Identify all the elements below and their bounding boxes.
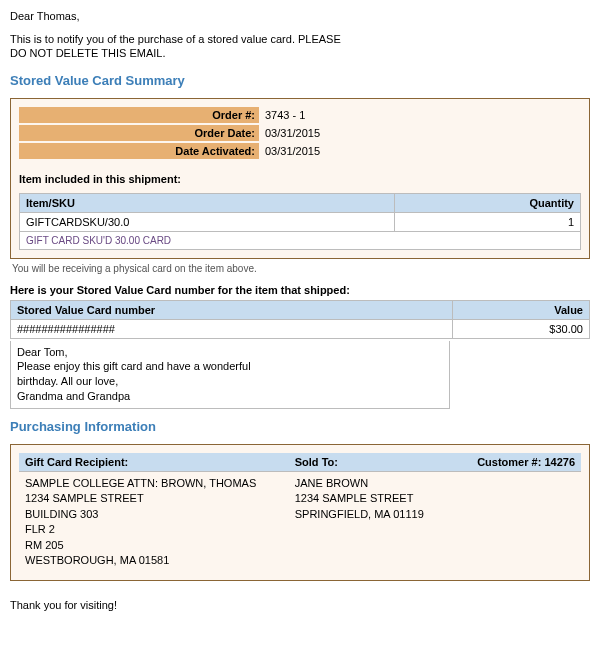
greeting: Dear Thomas,: [10, 10, 590, 22]
customer-number-header: Customer #: 14276: [440, 453, 581, 472]
customer-number-value: 14276: [544, 456, 575, 468]
item-description: GIFT CARD SKU'D 30.00 CARD: [20, 231, 581, 249]
purchasing-table: Gift Card Recipient: Sold To: Customer #…: [19, 453, 581, 572]
addr-line: RM 205: [25, 538, 283, 553]
svc-value: $30.00: [453, 319, 590, 338]
date-activated-value: 03/31/2015: [259, 143, 320, 159]
thanks-text: Thank you for visiting!: [10, 599, 590, 611]
gift-message: Dear Tom, Please enjoy this gift card an…: [10, 341, 450, 409]
order-info: Order #: 3743 - 1 Order Date: 03/31/2015…: [19, 107, 581, 159]
recipient-label: Gift Card Recipient:: [19, 453, 289, 472]
msg-line: birthday. All our love,: [17, 374, 443, 389]
shipment-header: Item included in this shipment:: [19, 173, 581, 185]
svc-head-value: Value: [453, 300, 590, 319]
addr-line: 1234 SAMPLE STREET: [295, 491, 435, 506]
addr-line: BUILDING 303: [25, 507, 283, 522]
svc-intro: Here is your Stored Value Card number fo…: [10, 284, 590, 296]
msg-line: Dear Tom,: [17, 345, 443, 360]
soldto-label: Sold To:: [289, 453, 441, 472]
item-qty: 1: [395, 212, 581, 231]
svc-head-number: Stored Value Card number: [11, 300, 453, 319]
items-head-sku: Item/SKU: [20, 193, 395, 212]
addr-line: JANE BROWN: [295, 476, 435, 491]
items-head-qty: Quantity: [395, 193, 581, 212]
item-sku: GIFTCARDSKU/30.0: [20, 212, 395, 231]
msg-line: Grandma and Grandpa: [17, 389, 443, 404]
section-title-purchasing: Purchasing Information: [10, 419, 590, 434]
customer-number-label: Customer #:: [477, 456, 541, 468]
table-row: SAMPLE COLLEGE ATTN: BROWN, THOMAS 1234 …: [19, 471, 581, 572]
section-title-summary: Stored Value Card Summary: [10, 73, 590, 88]
summary-box: Order #: 3743 - 1 Order Date: 03/31/2015…: [10, 98, 590, 259]
order-number-label: Order #:: [19, 107, 259, 123]
addr-line: FLR 2: [25, 522, 283, 537]
soldto-address: JANE BROWN 1234 SAMPLE STREET SPRINGFIEL…: [289, 471, 441, 572]
table-row: GIFTCARDSKU/30.0 1: [20, 212, 581, 231]
recipient-address: SAMPLE COLLEGE ATTN: BROWN, THOMAS 1234 …: [19, 471, 289, 572]
date-activated-label: Date Activated:: [19, 143, 259, 159]
svc-table: Stored Value Card number Value #########…: [10, 300, 590, 339]
order-number-value: 3743 - 1: [259, 107, 305, 123]
msg-line: Please enjoy this gift card and have a w…: [17, 359, 443, 374]
customer-cell: [440, 471, 581, 572]
notice-text: This is to notify you of the purchase of…: [10, 32, 350, 61]
addr-line: WESTBOROUGH, MA 01581: [25, 553, 283, 568]
purchasing-box: Gift Card Recipient: Sold To: Customer #…: [10, 444, 590, 581]
table-row: GIFT CARD SKU'D 30.00 CARD: [20, 231, 581, 249]
addr-line: SAMPLE COLLEGE ATTN: BROWN, THOMAS: [25, 476, 283, 491]
order-date-value: 03/31/2015: [259, 125, 320, 141]
addr-line: 1234 SAMPLE STREET: [25, 491, 283, 506]
table-row: ################ $30.00: [11, 319, 590, 338]
order-date-label: Order Date:: [19, 125, 259, 141]
footnote: You will be receiving a physical card on…: [12, 263, 588, 274]
svc-number: ################: [11, 319, 453, 338]
items-table: Item/SKU Quantity GIFTCARDSKU/30.0 1 GIF…: [19, 193, 581, 250]
addr-line: SPRINGFIELD, MA 01119: [295, 507, 435, 522]
